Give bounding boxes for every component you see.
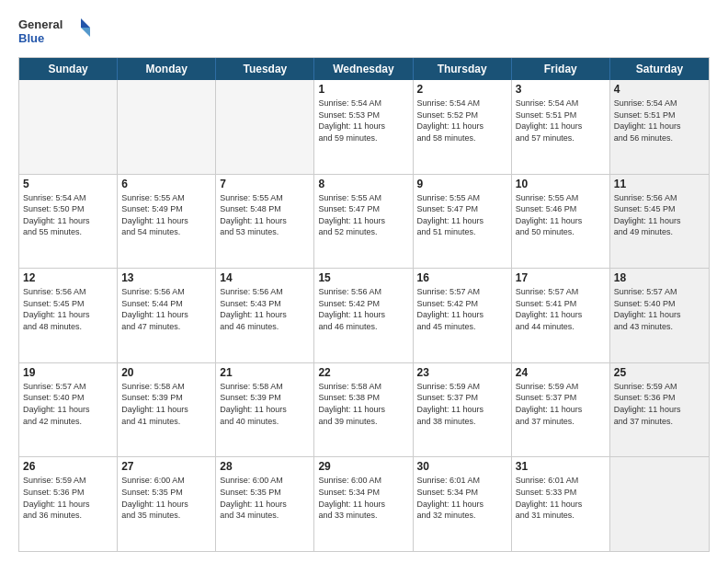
day-info: Sunrise: 6:00 AM Sunset: 5:35 PM Dayligh… bbox=[220, 475, 310, 521]
day-number: 11 bbox=[614, 178, 705, 190]
calendar-cell-1-5: 2Sunrise: 5:54 AM Sunset: 5:52 PM Daylig… bbox=[414, 80, 512, 174]
calendar-cell-4-3: 21Sunrise: 5:58 AM Sunset: 5:39 PM Dayli… bbox=[216, 363, 314, 457]
day-info: Sunrise: 5:54 AM Sunset: 5:52 PM Dayligh… bbox=[417, 98, 507, 144]
day-number: 4 bbox=[614, 83, 705, 96]
day-number: 28 bbox=[220, 460, 310, 473]
calendar-row-3: 12Sunrise: 5:56 AM Sunset: 5:45 PM Dayli… bbox=[19, 268, 709, 362]
day-info: Sunrise: 5:57 AM Sunset: 5:41 PM Dayligh… bbox=[516, 286, 606, 332]
logo: GeneralBlue bbox=[18, 15, 92, 48]
svg-text:General: General bbox=[18, 17, 63, 31]
day-number: 25 bbox=[614, 366, 705, 379]
header-cell-sunday: Sunday bbox=[19, 58, 118, 80]
calendar-cell-3-6: 17Sunrise: 5:57 AM Sunset: 5:41 PM Dayli… bbox=[512, 269, 610, 362]
svg-marker-3 bbox=[81, 28, 90, 37]
day-info: Sunrise: 5:55 AM Sunset: 5:47 PM Dayligh… bbox=[417, 192, 507, 238]
calendar-cell-1-2 bbox=[118, 80, 216, 174]
day-info: Sunrise: 5:57 AM Sunset: 5:42 PM Dayligh… bbox=[417, 286, 507, 332]
day-info: Sunrise: 5:54 AM Sunset: 5:51 PM Dayligh… bbox=[516, 98, 606, 144]
day-number: 12 bbox=[23, 271, 113, 284]
page: GeneralBlue SundayMondayTuesdayWednesday… bbox=[0, 0, 728, 563]
calendar-cell-2-4: 8Sunrise: 5:55 AM Sunset: 5:47 PM Daylig… bbox=[314, 175, 413, 269]
day-number: 5 bbox=[23, 178, 113, 190]
day-number: 2 bbox=[417, 83, 507, 96]
day-number: 13 bbox=[121, 271, 211, 284]
calendar-cell-5-6: 31Sunrise: 6:01 AM Sunset: 5:33 PM Dayli… bbox=[512, 457, 610, 551]
calendar-cell-3-4: 15Sunrise: 5:56 AM Sunset: 5:42 PM Dayli… bbox=[314, 269, 413, 362]
day-number: 16 bbox=[417, 271, 507, 284]
calendar-cell-5-5: 30Sunrise: 6:01 AM Sunset: 5:34 PM Dayli… bbox=[414, 457, 512, 551]
calendar-cell-5-7 bbox=[610, 457, 709, 551]
calendar-row-2: 5Sunrise: 5:54 AM Sunset: 5:50 PM Daylig… bbox=[19, 174, 709, 269]
calendar-cell-5-1: 26Sunrise: 5:59 AM Sunset: 5:36 PM Dayli… bbox=[19, 457, 118, 551]
day-number: 7 bbox=[220, 178, 310, 190]
header-cell-wednesday: Wednesday bbox=[314, 58, 413, 80]
day-info: Sunrise: 5:57 AM Sunset: 5:40 PM Dayligh… bbox=[614, 286, 705, 332]
day-info: Sunrise: 5:58 AM Sunset: 5:39 PM Dayligh… bbox=[121, 381, 211, 427]
svg-text:Blue: Blue bbox=[18, 31, 44, 45]
header-cell-friday: Friday bbox=[512, 58, 610, 80]
day-info: Sunrise: 5:56 AM Sunset: 5:45 PM Dayligh… bbox=[23, 286, 113, 332]
day-info: Sunrise: 5:59 AM Sunset: 5:36 PM Dayligh… bbox=[614, 381, 705, 427]
day-number: 27 bbox=[121, 460, 211, 473]
day-info: Sunrise: 5:54 AM Sunset: 5:53 PM Dayligh… bbox=[318, 98, 408, 144]
day-number: 24 bbox=[516, 366, 606, 379]
calendar-cell-1-4: 1Sunrise: 5:54 AM Sunset: 5:53 PM Daylig… bbox=[314, 80, 413, 174]
day-info: Sunrise: 6:01 AM Sunset: 5:33 PM Dayligh… bbox=[516, 475, 606, 521]
day-info: Sunrise: 5:55 AM Sunset: 5:48 PM Dayligh… bbox=[220, 192, 310, 238]
day-number: 31 bbox=[516, 460, 606, 473]
svg-marker-2 bbox=[81, 18, 90, 28]
calendar-body: 1Sunrise: 5:54 AM Sunset: 5:53 PM Daylig… bbox=[19, 80, 709, 551]
calendar-cell-5-4: 29Sunrise: 6:00 AM Sunset: 5:34 PM Dayli… bbox=[314, 457, 413, 551]
day-number: 6 bbox=[121, 178, 211, 190]
day-info: Sunrise: 5:57 AM Sunset: 5:40 PM Dayligh… bbox=[23, 381, 113, 427]
calendar-cell-1-1 bbox=[19, 80, 118, 174]
day-info: Sunrise: 5:59 AM Sunset: 5:37 PM Dayligh… bbox=[417, 381, 507, 427]
calendar-cell-3-1: 12Sunrise: 5:56 AM Sunset: 5:45 PM Dayli… bbox=[19, 269, 118, 362]
day-info: Sunrise: 6:00 AM Sunset: 5:34 PM Dayligh… bbox=[318, 475, 408, 521]
day-number: 19 bbox=[23, 366, 113, 379]
day-number: 14 bbox=[220, 271, 310, 284]
calendar-cell-1-3 bbox=[216, 80, 314, 174]
calendar-cell-5-3: 28Sunrise: 6:00 AM Sunset: 5:35 PM Dayli… bbox=[216, 457, 314, 551]
header-cell-saturday: Saturday bbox=[610, 58, 709, 80]
day-number: 17 bbox=[516, 271, 606, 284]
day-info: Sunrise: 5:55 AM Sunset: 5:49 PM Dayligh… bbox=[121, 192, 211, 238]
day-info: Sunrise: 5:56 AM Sunset: 5:43 PM Dayligh… bbox=[220, 286, 310, 332]
header: GeneralBlue bbox=[18, 15, 710, 48]
calendar-cell-1-7: 4Sunrise: 5:54 AM Sunset: 5:51 PM Daylig… bbox=[610, 80, 709, 174]
calendar-cell-3-5: 16Sunrise: 5:57 AM Sunset: 5:42 PM Dayli… bbox=[414, 269, 512, 362]
calendar-cell-2-5: 9Sunrise: 5:55 AM Sunset: 5:47 PM Daylig… bbox=[414, 175, 512, 269]
day-info: Sunrise: 5:58 AM Sunset: 5:39 PM Dayligh… bbox=[220, 381, 310, 427]
day-number: 3 bbox=[516, 83, 606, 96]
day-number: 18 bbox=[614, 271, 705, 284]
day-info: Sunrise: 6:01 AM Sunset: 5:34 PM Dayligh… bbox=[417, 475, 507, 521]
calendar-cell-1-6: 3Sunrise: 5:54 AM Sunset: 5:51 PM Daylig… bbox=[512, 80, 610, 174]
header-cell-monday: Monday bbox=[118, 58, 216, 80]
day-info: Sunrise: 5:56 AM Sunset: 5:44 PM Dayligh… bbox=[121, 286, 211, 332]
day-number: 23 bbox=[417, 366, 507, 379]
calendar-cell-4-7: 25Sunrise: 5:59 AM Sunset: 5:36 PM Dayli… bbox=[610, 363, 709, 457]
day-number: 22 bbox=[318, 366, 408, 379]
day-info: Sunrise: 5:54 AM Sunset: 5:50 PM Dayligh… bbox=[23, 192, 113, 238]
calendar-row-4: 19Sunrise: 5:57 AM Sunset: 5:40 PM Dayli… bbox=[19, 362, 709, 457]
calendar-cell-2-1: 5Sunrise: 5:54 AM Sunset: 5:50 PM Daylig… bbox=[19, 175, 118, 269]
header-cell-tuesday: Tuesday bbox=[216, 58, 314, 80]
day-info: Sunrise: 5:59 AM Sunset: 5:37 PM Dayligh… bbox=[516, 381, 606, 427]
calendar: SundayMondayTuesdayWednesdayThursdayFrid… bbox=[18, 57, 710, 552]
calendar-cell-5-2: 27Sunrise: 6:00 AM Sunset: 5:35 PM Dayli… bbox=[118, 457, 216, 551]
day-number: 26 bbox=[23, 460, 113, 473]
calendar-cell-2-6: 10Sunrise: 5:55 AM Sunset: 5:46 PM Dayli… bbox=[512, 175, 610, 269]
day-number: 29 bbox=[318, 460, 408, 473]
day-info: Sunrise: 6:00 AM Sunset: 5:35 PM Dayligh… bbox=[121, 475, 211, 521]
day-number: 9 bbox=[417, 178, 507, 190]
day-info: Sunrise: 5:54 AM Sunset: 5:51 PM Dayligh… bbox=[614, 98, 705, 144]
calendar-cell-2-2: 6Sunrise: 5:55 AM Sunset: 5:49 PM Daylig… bbox=[118, 175, 216, 269]
calendar-cell-4-4: 22Sunrise: 5:58 AM Sunset: 5:38 PM Dayli… bbox=[314, 363, 413, 457]
calendar-row-5: 26Sunrise: 5:59 AM Sunset: 5:36 PM Dayli… bbox=[19, 456, 709, 551]
day-info: Sunrise: 5:56 AM Sunset: 5:42 PM Dayligh… bbox=[318, 286, 408, 332]
day-number: 30 bbox=[417, 460, 507, 473]
calendar-cell-4-6: 24Sunrise: 5:59 AM Sunset: 5:37 PM Dayli… bbox=[512, 363, 610, 457]
day-number: 21 bbox=[220, 366, 310, 379]
day-info: Sunrise: 5:56 AM Sunset: 5:45 PM Dayligh… bbox=[614, 192, 705, 238]
logo-svg: GeneralBlue bbox=[18, 15, 92, 48]
